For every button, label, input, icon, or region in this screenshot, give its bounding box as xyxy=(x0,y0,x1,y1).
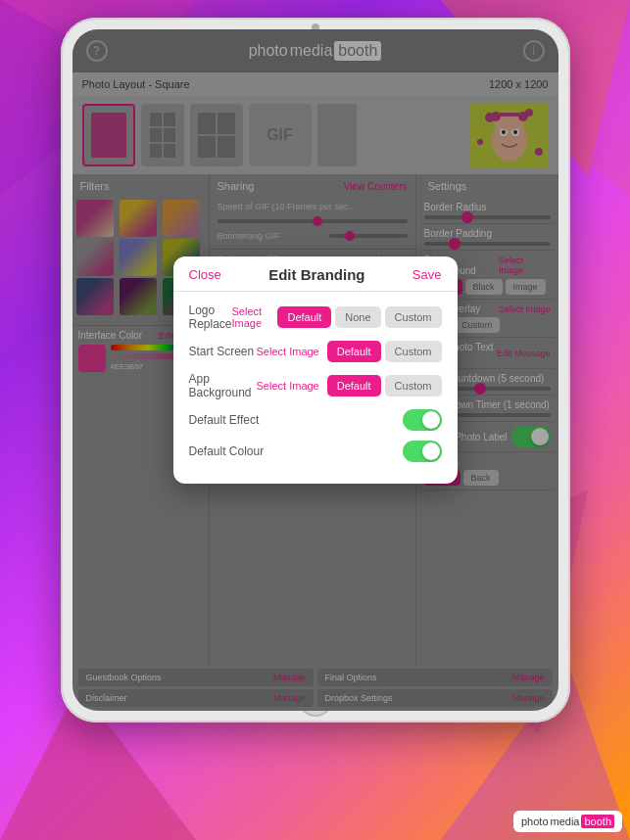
logo-replace-label: Logo Replace xyxy=(189,303,232,331)
modal-box: Close Edit Branding Save Logo Replace Se… xyxy=(173,257,458,484)
modal-close-button[interactable]: Close xyxy=(189,267,221,282)
ipad-frame: ? photomediabooth i Photo Layout - Squar… xyxy=(61,18,570,723)
ipad-screen: ? photomediabooth i Photo Layout - Squar… xyxy=(73,29,558,711)
default-effect-toggle[interactable] xyxy=(403,409,442,431)
default-effect-label: Default Effect xyxy=(189,413,260,427)
modal-save-button[interactable]: Save xyxy=(412,267,442,282)
start-custom-btn[interactable]: Custom xyxy=(385,341,442,362)
logo-custom-btn[interactable]: Custom xyxy=(385,306,442,328)
logo-default-btn[interactable]: Default xyxy=(277,306,331,328)
logo-none-btn[interactable]: None xyxy=(335,306,380,328)
modal-body: Logo Replace Select Image Default None C… xyxy=(173,292,458,484)
start-screen-label: Start Screen xyxy=(189,345,257,358)
app-bg-row: App Background Select Image Default Cust… xyxy=(189,372,442,399)
default-colour-knob xyxy=(422,443,440,460)
app-bg-btn-group: Default Custom xyxy=(327,375,442,397)
modal-title: Edit Branding xyxy=(268,266,364,283)
watermark-booth: booth xyxy=(581,815,614,828)
start-btn-group: Default Custom xyxy=(327,341,442,362)
modal-overlay: Close Edit Branding Save Logo Replace Se… xyxy=(73,29,558,711)
logo-btn-group: Default None Custom xyxy=(277,306,441,328)
start-screen-row: Start Screen Select Image Default Custom xyxy=(189,341,442,362)
watermark-photo: photo xyxy=(521,816,549,827)
app-bg-select-image-link[interactable]: Select Image xyxy=(257,380,319,392)
default-colour-row: Default Colour xyxy=(189,441,442,462)
default-effect-knob xyxy=(422,411,440,429)
modal-header: Close Edit Branding Save xyxy=(173,257,458,292)
watermark: photomediabooth xyxy=(513,811,622,832)
app-bg-custom-btn[interactable]: Custom xyxy=(385,375,442,397)
start-default-btn[interactable]: Default xyxy=(327,341,381,362)
app-bg-label: App Background xyxy=(189,372,257,399)
logo-replace-row: Logo Replace Select Image Default None C… xyxy=(189,303,442,331)
default-effect-row: Default Effect xyxy=(189,409,442,431)
logo-select-image-link[interactable]: Select Image xyxy=(232,305,270,329)
default-colour-toggle[interactable] xyxy=(403,441,442,462)
default-colour-label: Default Colour xyxy=(189,444,265,458)
app-bg-default-btn[interactable]: Default xyxy=(327,375,381,397)
start-select-image-link[interactable]: Select Image xyxy=(257,346,319,357)
watermark-media: media xyxy=(551,816,580,827)
